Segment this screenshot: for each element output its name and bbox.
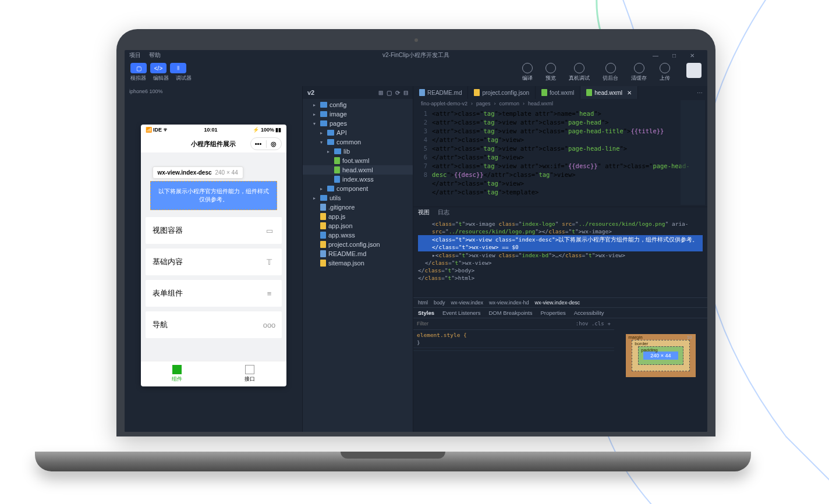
dom-inspector[interactable]: <class="t">wx-image class="index-logo" s… — [413, 218, 707, 297]
selected-element[interactable]: 以下将展示小程序官方组件能力，组件样式仅供参考。 — [150, 181, 277, 210]
tree-node[interactable]: ▸component — [303, 184, 413, 193]
refresh-icon[interactable]: ⟳ — [395, 90, 400, 96]
hov-toggle[interactable]: :hov .cls — [576, 320, 604, 328]
close-icon[interactable]: ✕ — [627, 90, 632, 96]
devtools-subtabs: StylesEvent ListenersDOM BreakpointsProp… — [413, 307, 707, 318]
phone-status-right: ⚡ 100% ▮▮ — [253, 127, 281, 133]
tree-node[interactable]: .gitignore — [303, 203, 413, 212]
mode-debugger-button[interactable]: ⦀ — [170, 63, 186, 73]
file-tree-panel: v2 ⊞▢⟳⊟ ▸config▸image▾pages▸API▾common▸l… — [303, 86, 413, 432]
tree-node[interactable]: foot.wxml — [303, 156, 413, 165]
mode-simulator-button[interactable]: ▢ — [130, 63, 147, 73]
devtools-subtab[interactable]: Event Listeners — [442, 310, 480, 316]
editor-tabs: README.mdproject.config.jsonfoot.wxmlhea… — [413, 86, 707, 99]
menubar: 项目 帮助 v2-FinClip小程序开发工具 —□✕ — [125, 50, 707, 61]
editor-tab[interactable]: head.wxml✕ — [580, 86, 638, 99]
sim-menu-item[interactable]: 基础内容𝕋 — [146, 249, 282, 275]
simulator-status: iphone6 100% — [125, 86, 302, 97]
editor-tab[interactable]: foot.wxml — [536, 86, 580, 99]
dom-crumb-item[interactable]: wx-view.index-desc — [535, 300, 580, 306]
tree-node[interactable]: project.config.json — [303, 240, 413, 249]
tabbar-api[interactable]: 接口 — [214, 361, 286, 386]
avatar[interactable] — [686, 63, 702, 78]
tree-node[interactable]: ▾common — [303, 137, 413, 147]
dom-crumb-item[interactable]: wx-view.index — [451, 300, 484, 306]
sim-menu-item[interactable]: 导航ooo — [146, 311, 282, 338]
preview-button[interactable]: 预览 — [545, 63, 556, 82]
add-rule-button[interactable]: + — [608, 320, 611, 328]
editor-tab[interactable]: project.config.json — [468, 86, 536, 99]
toolbar: ▢ </> ⦀ 模拟器 编辑器 调试器 编译 预览 真机调试 切后台 清缓存 — [125, 61, 707, 86]
mode-editor-button[interactable]: </> — [150, 63, 166, 73]
filter-input[interactable] — [417, 320, 475, 328]
tree-node[interactable]: ▸API — [303, 128, 413, 137]
clear-cache-button[interactable]: 清缓存 — [631, 63, 647, 82]
phone-status-left: 📶 IDE ᯤ — [146, 127, 169, 133]
sim-menu-item[interactable]: 表单组件≡ — [146, 280, 282, 307]
simulator-panel: iphone6 100% 📶 IDE ᯤ 10:01 ⚡ 100% ▮▮ 小程序… — [125, 86, 303, 432]
tabbar-component[interactable]: 组件 — [141, 361, 214, 386]
compile-button[interactable]: 编译 — [522, 63, 533, 82]
tree-node[interactable]: ▸config — [303, 100, 413, 109]
dom-crumb-item[interactable]: html — [418, 300, 428, 306]
tree-node[interactable]: app.js — [303, 212, 413, 221]
capsule[interactable]: •••◎ — [250, 137, 282, 150]
switch-background-button[interactable]: 切后台 — [603, 63, 618, 82]
tree-node[interactable]: app.wxss — [303, 230, 413, 240]
devtools-subtab[interactable]: Properties — [540, 310, 565, 316]
box-model: margin10 border padding 240 × 44 — [614, 318, 707, 393]
tree-node[interactable]: sitemap.json — [303, 258, 413, 268]
tree-node[interactable]: ▸lib — [303, 147, 413, 156]
sim-menu-item[interactable]: 视图容器▭ — [146, 217, 282, 244]
upload-button[interactable]: 上传 — [660, 63, 670, 82]
ide-screen: 项目 帮助 v2-FinClip小程序开发工具 —□✕ ▢ </> ⦀ 模拟器 … — [125, 50, 707, 432]
inspect-tooltip: wx-view.index-desc240 × 44 — [153, 166, 243, 179]
mode-debugger-label: 调试器 — [176, 74, 192, 82]
new-file-icon[interactable]: ⊞ — [378, 90, 383, 96]
devtools-panel: 视图 日志 <class="t">wx-image class="index-l… — [413, 207, 707, 393]
editor-tab[interactable]: README.md — [413, 86, 468, 99]
tree-node[interactable]: ▸image — [303, 109, 413, 119]
phone-frame: 📶 IDE ᯤ 10:01 ⚡ 100% ▮▮ 小程序组件展示 •••◎ wx-… — [141, 125, 286, 386]
window-controls[interactable]: —□✕ — [653, 52, 703, 59]
tree-node[interactable]: README.md — [303, 249, 413, 258]
code-editor[interactable]: 12345678 <attr">class="tag">template att… — [413, 108, 707, 207]
tree-node[interactable]: app.json — [303, 221, 413, 230]
editor-panel: README.mdproject.config.jsonfoot.wxmlhea… — [413, 86, 707, 432]
remote-debug-button[interactable]: 真机调试 — [569, 63, 590, 82]
window-title: v2-FinClip小程序开发工具 — [125, 51, 707, 59]
tree-node[interactable]: index.wxss — [303, 175, 413, 184]
menu-project[interactable]: 项目 — [129, 51, 141, 59]
tree-node[interactable]: ▸utils — [303, 193, 413, 203]
devtools-subtab[interactable]: Styles — [418, 310, 434, 316]
collapse-icon[interactable]: ⊟ — [403, 90, 408, 96]
new-folder-icon[interactable]: ▢ — [387, 90, 392, 96]
devtools-subtab[interactable]: Accessibility — [574, 310, 604, 316]
dom-crumb-item[interactable]: body — [434, 300, 445, 306]
dom-breadcrumb: htmlbodywx-view.indexwx-view.index-hdwx-… — [413, 297, 707, 307]
tree-node[interactable]: head.wxml — [303, 165, 413, 175]
more-tabs-icon[interactable]: ⋯ — [692, 90, 707, 96]
devtools-subtab[interactable]: DOM Breakpoints — [488, 310, 532, 316]
dom-crumb-item[interactable]: wx-view.index-hd — [489, 300, 529, 306]
tree-root-name: v2 — [307, 89, 314, 96]
mode-sim-label: 模拟器 — [130, 74, 146, 82]
phone-status-time: 10:01 — [204, 127, 217, 133]
mode-editor-label: 编辑器 — [153, 74, 169, 82]
minimap[interactable] — [681, 100, 705, 205]
page-title: 小程序组件展示 — [191, 140, 236, 148]
devtools-tab-view[interactable]: 视图 — [418, 208, 430, 216]
menu-help[interactable]: 帮助 — [149, 51, 161, 59]
devtools-tab-log[interactable]: 日志 — [438, 208, 449, 216]
styles-pane[interactable]: :hov .cls + element.style {}</span><div … — [413, 318, 614, 393]
tree-node[interactable]: ▾pages — [303, 119, 413, 128]
breadcrumb: fino-applet-demo-v2›pages›common›head.wx… — [413, 99, 707, 108]
